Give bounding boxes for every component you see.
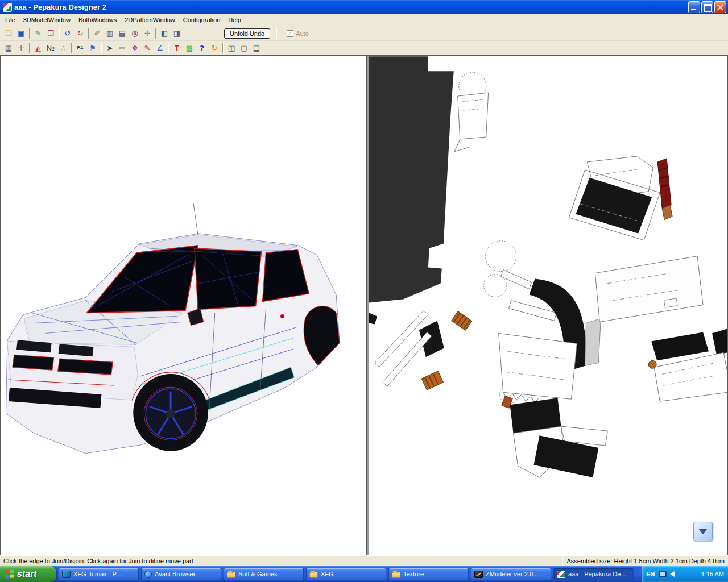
pen-icon[interactable]: ✏ <box>116 42 129 54</box>
folder-icon <box>392 572 400 578</box>
angle-threshold-icon[interactable]: ◭ <box>32 42 44 54</box>
flag-icon[interactable]: ⚑ <box>86 42 99 54</box>
statusbar: Click the edge to Join/Disjoin. Click ag… <box>0 555 728 566</box>
folder-icon <box>227 572 235 578</box>
text-icon[interactable]: T <box>171 42 183 54</box>
taskbar-item-3dsmax[interactable]: XFG_b.max - P... <box>59 568 139 580</box>
taskbar-items: XFG_b.max - P... Avant Browser Soft & Ga… <box>56 566 642 582</box>
page-number-icon[interactable]: P.1 <box>74 42 86 54</box>
toolbar-separator <box>168 43 169 53</box>
status-hint: Click the edge to Join/Disjoin. Click ag… <box>3 558 559 564</box>
zoom-icon[interactable]: ◎ <box>129 27 141 39</box>
app-window: aaa - Pepakura Designer 2 File 3DModelWi… <box>0 0 728 582</box>
menu-file[interactable]: File <box>1 15 19 25</box>
3d-model-pane[interactable] <box>0 56 367 555</box>
snap-grid-icon[interactable]: ✛ <box>15 42 27 54</box>
minimize-button[interactable] <box>688 1 700 13</box>
system-tray: EN 1:15 AM <box>642 566 728 582</box>
window-title: aaa - Pepakura Designer 2 <box>14 3 687 11</box>
texture-paint-icon[interactable]: ✎ <box>32 27 44 39</box>
print-icon[interactable]: ▤ <box>250 42 263 54</box>
auto-checkbox-box[interactable]: ✓ <box>287 30 293 37</box>
toolbar-separator <box>29 28 30 39</box>
maximize-button[interactable] <box>701 1 713 13</box>
2d-unfold-pattern <box>369 56 727 555</box>
ruler-icon[interactable]: ∠ <box>154 42 166 54</box>
rotate-part-icon[interactable]: ↻ <box>208 42 221 54</box>
edge-number-icon[interactable]: № <box>44 42 57 54</box>
taskbar-item-soft-and-games[interactable]: Soft & Games <box>224 568 304 580</box>
auto-checkbox-label: Auto <box>296 30 309 37</box>
unfold-undo-button[interactable]: Unfold Undo <box>224 28 270 39</box>
volume-tray-icon[interactable] <box>670 571 675 577</box>
taskbar-item-xfg[interactable]: XFG <box>306 568 386 580</box>
3d-window-icon[interactable]: ◧ <box>158 27 171 39</box>
toolbar-separator <box>71 43 72 53</box>
zmodeler-icon <box>474 571 483 578</box>
start-label: start <box>17 569 37 579</box>
avant-browser-icon <box>144 571 152 578</box>
select-region-icon[interactable]: ▦ <box>2 42 15 54</box>
language-indicator[interactable]: EN <box>646 571 655 577</box>
taskbar-item-avant-browser[interactable]: Avant Browser <box>141 568 221 580</box>
scroll-down-button[interactable] <box>693 522 713 541</box>
titlebar: aaa - Pepakura Designer 2 <box>0 0 728 14</box>
clock[interactable]: 1:15 AM <box>701 571 724 577</box>
taskbar-item-pepakura[interactable]: aaa - Pepakura De... <box>553 568 634 580</box>
edit-mode-icon[interactable]: ✐ <box>91 27 104 39</box>
toolbar-main: ❏ ▣ ✎ ❒ ↺ ↻ ✐ ▥ ▤ ◎ ✛ ◧ ◨ Unfold Undo ✓ … <box>0 26 728 41</box>
status-separator <box>562 557 563 566</box>
pepakura-icon <box>557 571 565 578</box>
toolbar-tools: ▦ ✛ ◭ № ∴ P.1 ⚑ ➤ ✏ ❖ ✎ ∠ T ▧ ? ↻ ◫ ▢ ▤ <box>0 41 728 55</box>
folder-icon <box>309 572 318 578</box>
taskbar-item-zmodeler[interactable]: ZModeler ver 2.0.... <box>471 568 551 580</box>
help-pointer-icon[interactable]: ? <box>196 42 208 54</box>
toolbar-separator <box>59 28 60 39</box>
toolbar-separator <box>222 43 224 53</box>
rotate-left-icon[interactable]: ↺ <box>61 27 74 39</box>
auto-checkbox[interactable]: ✓ Auto <box>287 30 309 37</box>
main-area <box>0 55 728 555</box>
start-button[interactable]: start <box>0 566 56 582</box>
status-assembled-size: Assembled size: Height 1.5cm Width 2.1cm… <box>566 558 725 564</box>
toolbar-separator <box>276 28 277 39</box>
toolbar-separator <box>88 28 89 39</box>
3d-car-model <box>1 56 366 555</box>
menu-3dmodelwindow[interactable]: 3DModelWindow <box>19 15 75 25</box>
box-icon[interactable]: ◫ <box>225 42 238 54</box>
menu-configuration[interactable]: Configuration <box>179 15 224 25</box>
display-tray-icon[interactable] <box>659 571 667 577</box>
toolbar-separator <box>101 43 102 53</box>
crayon-icon[interactable]: ✎ <box>141 42 154 54</box>
save-icon[interactable]: ▣ <box>15 27 27 39</box>
2d-pattern-pane[interactable] <box>369 56 728 555</box>
chevron-down-icon <box>698 529 708 534</box>
menu-2dpatternwindow[interactable]: 2DPatternWindow <box>121 15 179 25</box>
fit-view-icon[interactable]: ✛ <box>141 27 154 39</box>
pepakura-app-icon[interactable] <box>3 3 12 12</box>
close-button[interactable] <box>714 1 726 13</box>
image-icon[interactable]: ▧ <box>183 42 196 54</box>
case-icon[interactable]: ▢ <box>238 42 250 54</box>
cursor-icon[interactable]: ➤ <box>104 42 116 54</box>
3dsmax-icon <box>62 571 71 578</box>
windows-flag-icon <box>5 569 14 579</box>
palette-icon[interactable]: ❖ <box>129 42 141 54</box>
open-folder-icon[interactable]: ❏ <box>2 27 15 39</box>
page-setup-icon[interactable]: ▤ <box>116 27 129 39</box>
menu-bothwindows[interactable]: BothWindows <box>75 15 121 25</box>
texture-view-icon[interactable]: ❒ <box>44 27 57 39</box>
rotate-right-icon[interactable]: ↻ <box>74 27 86 39</box>
2d-window-icon[interactable]: ◨ <box>171 27 183 39</box>
layout-columns-icon[interactable]: ▥ <box>104 27 116 39</box>
vertex-dots-icon[interactable]: ∴ <box>57 42 69 54</box>
toolbar-separator <box>155 28 156 39</box>
taskbar: start XFG_b.max - P... Avant Browser Sof… <box>0 566 728 582</box>
taskbar-item-texture[interactable]: Texture <box>388 568 469 580</box>
menu-help[interactable]: Help <box>224 15 245 25</box>
menubar: File 3DModelWindow BothWindows 2DPattern… <box>0 14 728 26</box>
toolbar-separator <box>29 43 30 53</box>
